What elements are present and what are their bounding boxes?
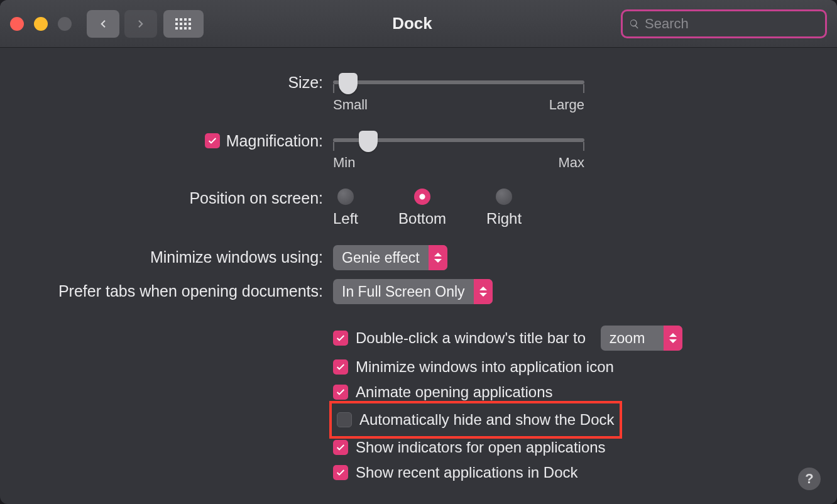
check-icon [336,333,346,343]
radio-icon [337,189,354,205]
autohide-label: Automatically hide and show the Dock [359,411,615,429]
minimize-window-button[interactable] [34,17,48,31]
position-right-label: Right [486,210,522,227]
size-row: Size: Small Large [31,70,806,113]
doubleclick-action-value: zoom [601,330,664,347]
tabs-label: Prefer tabs when opening documents: [31,279,333,303]
position-radio-group: Left Bottom Right [333,186,522,227]
content: Size: Small Large [0,48,837,504]
svg-rect-10 [184,27,187,30]
radio-icon [414,189,430,205]
position-row: Position on screen: Left Bottom Right [31,186,806,227]
size-min-label: Small [333,97,368,113]
autohide-checkbox[interactable] [337,412,352,427]
size-max-label: Large [549,97,584,113]
minimize-into-icon-checkbox[interactable] [333,359,348,375]
tabs-preference-dropdown[interactable]: In Full Screen Only [333,279,493,304]
svg-rect-2 [184,18,187,21]
check-icon [336,387,346,397]
grid-icon [175,18,192,30]
doubleclick-checkbox[interactable] [333,331,348,346]
position-left-label: Left [333,210,358,227]
svg-rect-11 [189,27,191,30]
maximize-window-button [58,17,72,31]
chevron-left-icon [97,18,109,30]
size-slider-thumb[interactable] [339,73,358,94]
animate-opening-checkbox[interactable] [333,385,348,400]
traffic-lights [10,17,72,31]
close-window-button[interactable] [10,17,24,31]
svg-rect-6 [184,23,187,25]
recent-apps-label: Show recent applications in Dock [356,464,578,481]
magnification-min-label: Min [333,155,355,171]
position-radio-bottom[interactable]: Bottom [398,189,446,227]
minimize-row: Minimize windows using: Genie effect [31,245,806,270]
help-button[interactable]: ? [798,468,821,490]
doubleclick-label: Double-click a window's title bar to [356,329,586,347]
svg-rect-9 [180,27,182,30]
search-input[interactable] [643,15,819,33]
search-icon [629,17,640,31]
check-icon [336,442,346,452]
minimize-effect-dropdown[interactable]: Genie effect [333,245,447,270]
position-label: Position on screen: [31,186,333,207]
size-slider[interactable]: Small Large [333,70,584,113]
magnification-slider-thumb[interactable] [359,131,378,152]
nav-group [87,10,157,38]
animate-opening-row: Animate opening applications [333,380,553,405]
svg-rect-3 [189,18,191,21]
options-checklist: Double-click a window's title bar to zoo… [333,322,806,485]
autohide-row: Automatically hide and show the Dock [333,405,618,435]
svg-rect-1 [180,18,182,21]
updown-arrows-icon [429,245,447,270]
check-icon [336,468,346,478]
magnification-row: Magnification: Min Max [31,128,806,171]
indicators-label: Show indicators for open applications [356,439,606,456]
tabs-preference-value: In Full Screen Only [333,283,474,300]
search-field-wrap[interactable] [621,9,827,38]
magnification-max-label: Max [558,155,584,171]
recent-apps-row: Show recent applications in Dock [333,460,578,485]
updown-arrows-icon [474,279,493,304]
chevron-right-icon [135,18,146,30]
svg-rect-5 [180,23,182,25]
check-icon [336,362,346,372]
indicators-row: Show indicators for open applications [333,435,606,460]
minimize-into-icon-label: Minimize windows into application icon [356,358,614,376]
svg-rect-4 [175,23,178,25]
check-icon [207,136,217,146]
minimize-into-icon-row: Minimize windows into application icon [333,354,614,380]
show-all-button[interactable] [163,10,204,38]
forward-button [124,10,157,38]
preferences-window: Dock Size: Small Large [0,0,837,504]
updown-arrows-icon [664,326,682,351]
doubleclick-action-dropdown[interactable]: zoom [601,326,682,351]
help-label: ? [805,471,813,487]
svg-rect-7 [189,23,191,25]
size-label: Size: [31,70,333,94]
back-button[interactable] [87,10,119,38]
magnification-label: Magnification: [226,129,323,153]
magnification-checkbox[interactable] [205,133,220,148]
position-radio-right[interactable]: Right [486,189,522,227]
indicators-checkbox[interactable] [333,440,348,455]
minimize-effect-value: Genie effect [333,249,429,266]
animate-opening-label: Animate opening applications [356,383,553,401]
minimize-label: Minimize windows using: [31,245,333,269]
doubleclick-row: Double-click a window's title bar to zoo… [333,322,682,354]
position-bottom-label: Bottom [398,210,446,227]
svg-rect-8 [175,27,178,30]
svg-rect-0 [175,18,178,21]
recent-apps-checkbox[interactable] [333,465,348,480]
options-row: Double-click a window's title bar to zoo… [31,322,806,485]
position-radio-left[interactable]: Left [333,189,358,227]
radio-icon [496,189,512,205]
page-title: Dock [204,14,621,33]
tabs-row: Prefer tabs when opening documents: In F… [31,279,806,304]
titlebar: Dock [0,0,837,48]
magnification-slider[interactable]: Min Max [333,128,584,171]
